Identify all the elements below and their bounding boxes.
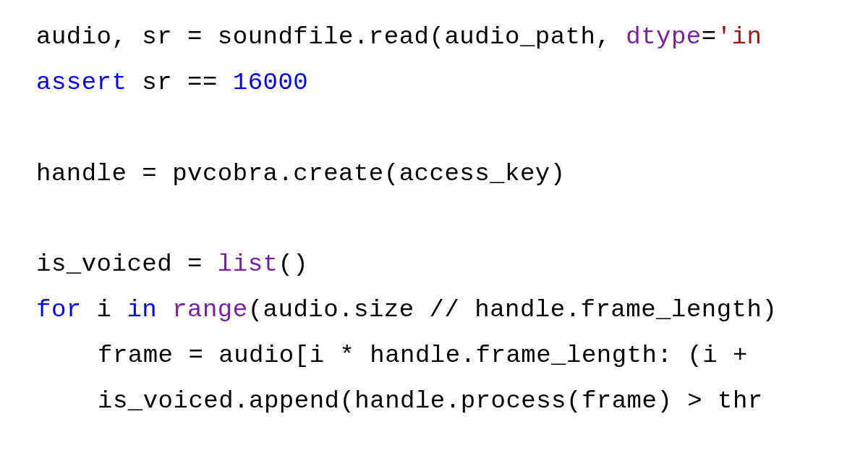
code-token: dtype bbox=[626, 23, 702, 51]
code-line: is_voiced = list() bbox=[36, 242, 868, 287]
code-token: () bbox=[278, 250, 308, 278]
code-token: frame = audio[i * handle.frame_length: (… bbox=[98, 342, 763, 369]
code-token: list bbox=[218, 250, 278, 278]
code-line: is_voiced.append(handle.process(frame) >… bbox=[36, 379, 868, 424]
code-token bbox=[36, 206, 51, 233]
code-line: assert sr == 16000 bbox=[36, 60, 868, 106]
code-token: for bbox=[36, 296, 82, 324]
code-token: range bbox=[172, 296, 248, 324]
code-line: audio, sr = soundfile.read(audio_path, d… bbox=[36, 14, 868, 60]
code-line bbox=[36, 197, 868, 242]
code-token: 'in bbox=[717, 23, 762, 51]
code-token: 16000 bbox=[233, 69, 309, 96]
code-block: audio, sr = soundfile.read(audio_path, d… bbox=[36, 14, 868, 424]
code-token bbox=[36, 114, 51, 142]
code-token: = bbox=[702, 23, 717, 51]
code-token: is_voiced.append(handle.process(frame) >… bbox=[98, 387, 763, 415]
code-token bbox=[157, 296, 172, 324]
code-token: i bbox=[82, 296, 127, 324]
code-line: frame = audio[i * handle.frame_length: (… bbox=[36, 333, 868, 379]
code-line bbox=[36, 106, 868, 151]
code-token: is_voiced = bbox=[36, 250, 218, 278]
code-token: in bbox=[127, 296, 157, 324]
code-line: handle = pvcobra.create(access_key) bbox=[36, 151, 868, 197]
code-token: (audio.size // handle.frame_length) bbox=[248, 296, 778, 324]
code-token: assert bbox=[36, 69, 127, 96]
code-line: for i in range(audio.size // handle.fram… bbox=[36, 287, 868, 333]
code-token: audio, sr = soundfile.read(audio_path, bbox=[36, 23, 626, 51]
code-token: handle = pvcobra.create(access_key) bbox=[36, 160, 566, 187]
code-token: sr == bbox=[127, 69, 232, 96]
